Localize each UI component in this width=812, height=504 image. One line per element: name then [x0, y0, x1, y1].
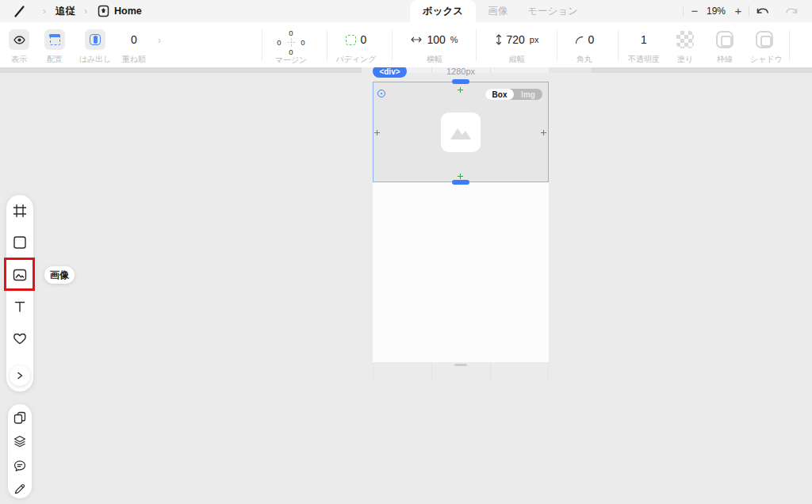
origin-marker-icon[interactable] — [377, 90, 385, 97]
zoom-level[interactable]: 19% — [704, 0, 728, 22]
section-strip — [591, 67, 812, 73]
page-body[interactable] — [373, 182, 549, 362]
toggle-box-option[interactable]: Box — [485, 89, 514, 100]
z-order-control: 0 重ね順 — [116, 28, 152, 65]
properties-toolbar: 表示 配置 はみ出し 0 重ね順 › 0 0 0 0 マージン 0 パディング — [0, 22, 812, 67]
margin-top-value[interactable]: 0 — [289, 29, 293, 37]
expand-tools-chevron-icon[interactable] — [10, 365, 30, 386]
section-strip — [549, 67, 591, 73]
divider — [749, 6, 749, 17]
overflow-clip-icon[interactable] — [85, 29, 105, 50]
radius-label: 角丸 — [562, 54, 607, 65]
corner-radius-icon — [575, 36, 584, 44]
add-element-left-icon[interactable] — [374, 130, 380, 136]
padding-icon — [346, 35, 356, 45]
zoom-out-button[interactable]: − — [687, 0, 703, 22]
icon-tool-heart-icon[interactable] — [13, 331, 27, 346]
box-img-toggle: Box Img — [485, 89, 542, 100]
resize-handle-bottom[interactable] — [452, 180, 469, 185]
add-element-top-icon[interactable] — [458, 87, 463, 93]
layers-icon[interactable] — [13, 435, 26, 448]
padding-control: 0 パディング — [333, 28, 379, 65]
shadow-label: シャドウ — [750, 54, 779, 65]
arrange-control: 配置 — [40, 28, 69, 65]
z-order-label: 重ね順 — [116, 54, 152, 65]
margin-left-value[interactable]: 0 — [277, 38, 281, 47]
padding-label: パディング — [333, 54, 379, 65]
page-resize-handle[interactable] — [454, 364, 467, 366]
tool-palette — [6, 195, 33, 391]
comment-icon[interactable] — [13, 460, 26, 472]
grid-guide — [373, 362, 373, 381]
breadcrumb-project[interactable]: 追従 — [56, 0, 75, 22]
arrange-label: 配置 — [40, 54, 69, 65]
image-tool-tooltip: 画像 — [44, 266, 75, 284]
margin-cross-icon — [287, 38, 296, 47]
margin-label: マージン — [267, 55, 315, 66]
canvas[interactable]: 1280px <div> Box Img — [0, 67, 812, 504]
fill-control: 塗り — [671, 28, 699, 65]
redo-icon[interactable] — [784, 7, 799, 17]
overflow-label: はみ出し — [75, 54, 116, 65]
stroke-icon[interactable] — [716, 31, 733, 48]
divider — [392, 29, 393, 61]
overflow-control: はみ出し — [75, 28, 116, 65]
arrange-pin-icon[interactable] — [44, 29, 65, 50]
divider — [262, 29, 262, 61]
margin-control: 0 0 0 0 マージン — [267, 28, 315, 66]
zoom-in-button[interactable]: + — [730, 0, 746, 22]
resize-handle-top[interactable] — [452, 79, 469, 84]
tab-box[interactable]: ボックス — [410, 0, 476, 22]
fill-label: 塗り — [671, 54, 699, 65]
text-tool-icon[interactable] — [13, 300, 27, 314]
breadcrumb-page[interactable]: Home — [114, 0, 142, 22]
height-arrow-icon — [496, 34, 502, 45]
width-arrow-icon — [411, 36, 422, 43]
width-value[interactable]: 100 — [427, 33, 445, 46]
height-value[interactable]: 720 — [507, 33, 525, 46]
grid-guide — [490, 362, 491, 381]
section-strip — [0, 67, 362, 73]
tab-image[interactable]: 画像 — [477, 0, 519, 22]
grid-guide — [548, 362, 549, 381]
divider — [618, 29, 619, 61]
mountain-icon — [450, 125, 472, 139]
fill-checkerboard-icon[interactable] — [676, 31, 694, 48]
add-element-right-icon[interactable] — [541, 130, 546, 136]
width-label: 横幅 — [398, 54, 471, 65]
stroke-control: 枠線 — [710, 28, 739, 65]
app-logo-icon[interactable] — [13, 5, 26, 18]
height-unit[interactable]: px — [530, 35, 539, 44]
toggle-img-option[interactable]: Img — [514, 89, 542, 100]
opacity-label: 不透明度 — [623, 54, 665, 65]
pages-copy-icon[interactable] — [13, 411, 26, 424]
stroke-label: 枠線 — [710, 54, 739, 65]
radius-value[interactable]: 0 — [588, 33, 595, 46]
width-control: 100 % 横幅 — [398, 28, 471, 65]
width-unit[interactable]: % — [450, 35, 458, 44]
z-order-value[interactable]: 0 — [131, 33, 137, 46]
add-element-bottom-icon[interactable] — [458, 174, 463, 179]
box-tool-icon[interactable] — [13, 235, 27, 250]
frame-tool-icon[interactable] — [13, 204, 27, 218]
edit-pencil-icon[interactable] — [13, 483, 26, 495]
utility-palette — [8, 404, 32, 498]
divider — [789, 29, 790, 61]
breadcrumb-separator: › — [84, 0, 87, 22]
height-control: 720 px 縦幅 — [481, 28, 553, 65]
padding-value[interactable]: 0 — [361, 33, 367, 46]
shadow-icon[interactable] — [756, 31, 773, 48]
radius-control: 0 角丸 — [562, 28, 607, 65]
divider — [476, 29, 477, 61]
top-bar: › 追従 › Home ボックス 画像 モーション − 19% + — [0, 0, 812, 22]
tab-motion[interactable]: モーション — [520, 0, 585, 22]
opacity-control: 1 不透明度 — [623, 28, 665, 65]
z-order-chevron-icon[interactable]: › — [158, 35, 161, 46]
divider — [683, 6, 684, 17]
opacity-value[interactable]: 1 — [641, 33, 647, 46]
margin-right-value[interactable]: 0 — [301, 38, 304, 47]
visibility-eye-icon[interactable] — [9, 29, 29, 50]
highlight-annotation — [4, 258, 35, 291]
undo-icon[interactable] — [756, 7, 770, 17]
display-label: 表示 — [5, 54, 33, 65]
